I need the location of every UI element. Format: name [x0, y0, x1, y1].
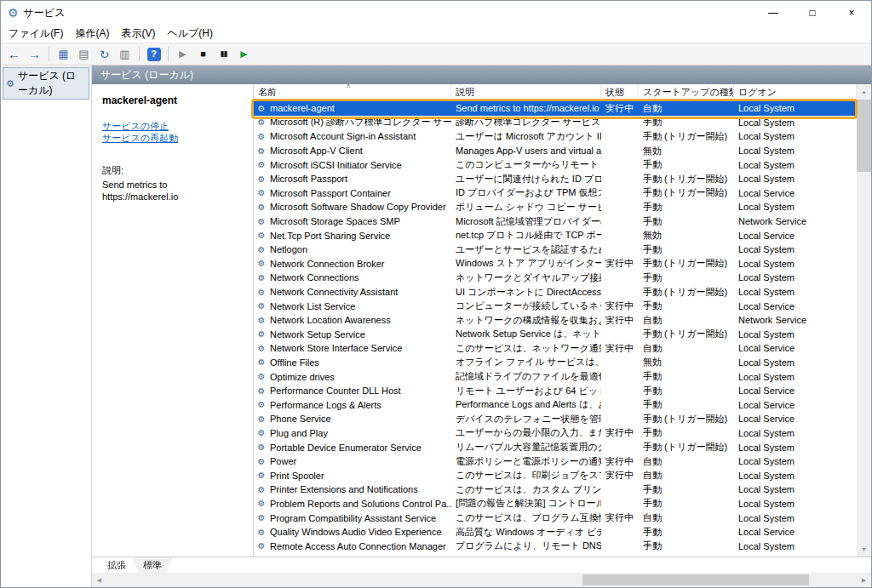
stop-service-link[interactable]: サービスの停止 [102, 120, 244, 132]
table-row[interactable]: ⚙Printer Extensions and Notificationsこのサ… [254, 482, 857, 497]
vertical-scrollbar-thumb[interactable] [857, 100, 871, 172]
service-name-cell: ⚙Microsoft Passport Container [254, 186, 451, 201]
table-row[interactable]: ⚙Power電源ポリシーと電源ポリシーの通知配...実行中自動Local Sys… [254, 454, 857, 469]
restart-service-button[interactable]: ▶ [234, 45, 254, 64]
service-name-cell: ⚙mackerel-agent [254, 101, 451, 116]
table-row[interactable]: ⚙Performance Logs & AlertsPerformance Lo… [254, 397, 857, 412]
service-status-cell: 実行中 [601, 257, 639, 271]
pause-service-button[interactable]: ▮▮ [214, 45, 233, 64]
table-row[interactable]: ⚙Microsoft (R) 診断ハブ標準コレクター サービス診断ハブ標準コレク… [254, 116, 857, 130]
table-row[interactable]: ⚙Print Spoolerこのサービスは、印刷ジョブをスプールし...実行中自… [254, 468, 857, 482]
table-row[interactable]: ⚙Optimize drives記憶域ドライブのファイルを最適化する...手動L… [254, 369, 857, 384]
service-logon-cell: Local Service [734, 341, 857, 356]
table-row[interactable]: ⚙Microsoft Storage Spaces SMPMicrosoft 記… [254, 214, 857, 229]
column-header-name[interactable]: 名前 [254, 84, 451, 100]
minimize-button[interactable]: — [754, 1, 793, 25]
table-row[interactable]: ⚙Performance Counter DLL Hostリモート ユーザーおよ… [254, 384, 857, 398]
service-status-cell [601, 214, 639, 229]
service-gear-icon: ⚙ [255, 301, 267, 311]
show-console-tree-button[interactable]: ▦ [54, 45, 73, 64]
service-startup-cell: 手動 [639, 482, 734, 497]
vertical-scrollbar[interactable]: ▲ ▼ [857, 84, 871, 557]
table-row[interactable]: ⚙Microsoft Passport ContainerID プロバイダーおよ… [254, 186, 857, 201]
service-description-cell: Performance Logs and Alerts は、あ... [451, 397, 601, 412]
table-row[interactable]: ⚙Network List Serviceコンピューターが接続しているネットワー… [254, 299, 857, 313]
table-row[interactable]: ⚙Netlogonユーザーとサービスを認証するため、この...手動Local S… [254, 243, 857, 257]
service-name-cell: ⚙Print Spooler [254, 468, 451, 482]
table-row[interactable]: ⚙Microsoft Passportユーザーに関連付けられた ID プロバイダ… [254, 172, 857, 186]
export-list-button[interactable]: ▥ [115, 45, 135, 64]
service-name-label: Plug and Play [270, 428, 328, 438]
column-header-logon[interactable]: ログオン [734, 84, 857, 100]
show-properties-button[interactable]: ▤ [74, 45, 94, 64]
table-row[interactable]: ⚙Portable Device Enumerator Serviceリムーバブ… [254, 440, 857, 454]
scroll-up-icon[interactable]: ▲ [857, 84, 871, 99]
table-row[interactable]: ⚙Program Compatibility Assistant Service… [254, 511, 857, 525]
table-row[interactable]: ⚙Network Setup ServiceNetwork Setup Serv… [254, 328, 857, 342]
table-row[interactable]: ⚙Network Location Awarenessネットワークの構成情報を収… [254, 313, 857, 328]
refresh-button[interactable]: ↻ [95, 45, 114, 64]
restart-service-link[interactable]: サービスの再起動 [102, 132, 244, 144]
close-button[interactable]: × [832, 1, 871, 25]
table-row[interactable]: ⚙Microsoft App-V ClientManages App-V use… [254, 144, 857, 158]
service-name-cell: ⚙Microsoft Passport [254, 172, 451, 186]
menu-file[interactable]: ファイル(F) [3, 25, 69, 43]
service-startup-cell: 手動 (トリガー開始) [639, 412, 734, 426]
maximize-button[interactable]: □ [793, 1, 832, 25]
table-row[interactable]: ⚙Phone Serviceデバイスのテレフォニー状態を管理しま...手動 (ト… [254, 412, 857, 426]
service-status-cell [601, 271, 639, 285]
service-startup-cell: 自動 [639, 468, 734, 482]
tab-standard[interactable]: 標準 [132, 557, 173, 573]
service-description-cell: Windows ストア アプリがインターネット... [451, 257, 601, 271]
scroll-left-icon[interactable]: ◀ [92, 573, 106, 587]
service-name-cell: ⚙Printer Extensions and Notifications [254, 482, 451, 497]
back-button[interactable]: ← [4, 45, 24, 64]
console-tree-pane: ⚙ サービス (ローカル) [1, 66, 92, 587]
service-startup-cell: 自動 [639, 454, 734, 469]
service-description-cell: ユーザーは Microsoft アカウント ID サー... [451, 129, 601, 144]
table-row[interactable]: ⚙Plug and Playユーザーからの最小限の入力、または入...実行中手動… [254, 426, 857, 441]
column-header-description[interactable]: 説明 [451, 84, 601, 100]
service-startup-cell: 手動 [639, 157, 734, 172]
help-button[interactable]: ? [144, 45, 164, 64]
scroll-right-icon[interactable]: ▶ [857, 573, 871, 587]
service-startup-cell: 手動 [639, 299, 734, 313]
table-row[interactable]: ⚙Microsoft Software Shadow Copy Provider… [254, 200, 857, 214]
service-gear-icon: ⚙ [255, 259, 267, 268]
table-row[interactable]: ⚙Network Store Interface Serviceこのサービスは、… [254, 341, 857, 356]
stop-service-button[interactable]: ■ [193, 45, 213, 64]
table-row[interactable]: ⚙Microsoft Account Sign-in Assistantユーザー… [254, 129, 857, 144]
table-row[interactable]: ⚙Quality Windows Audio Video Experience高… [254, 525, 857, 539]
service-gear-icon: ⚙ [255, 231, 267, 240]
tree-item-services-local[interactable]: ⚙ サービス (ローカル) [3, 67, 89, 100]
scroll-down-icon[interactable]: ▼ [857, 542, 871, 557]
service-status-cell: 実行中 [601, 511, 639, 525]
column-header-startup-type[interactable]: スタートアップの種類 [639, 84, 734, 100]
table-row[interactable]: ⚙mackerel-agentSend metrics to https://m… [254, 101, 857, 116]
table-row[interactable]: ⚙Net.Tcp Port Sharing Servicenet.tcp プロト… [254, 228, 857, 243]
horizontal-scrollbar-thumb[interactable] [582, 574, 808, 585]
table-row[interactable]: ⚙Network Connectionsネットワークとダイヤルアップ接続フォルダ… [254, 271, 857, 285]
horizontal-scrollbar[interactable]: ◀ ▶ [92, 573, 871, 587]
service-name-label: Microsoft App-V Client [270, 146, 363, 156]
tab-extended[interactable]: 拡張 [96, 557, 137, 573]
table-row[interactable]: ⚙Network Connection BrokerWindows ストア アプ… [254, 257, 857, 271]
menu-action[interactable]: 操作(A) [69, 25, 115, 43]
table-row[interactable]: ⚙Microsoft iSCSI Initiator Serviceこのコンピュ… [254, 157, 857, 172]
service-logon-cell: Local System [734, 454, 857, 469]
forward-button[interactable]: → [25, 45, 44, 64]
column-header-status[interactable]: 状態 [601, 84, 639, 100]
table-row[interactable]: ⚙Remote Access Auto Connection Managerプロ… [254, 539, 857, 553]
service-description-cell: このサービスは、ネットワーク通知 (インタ... [451, 341, 601, 356]
menu-help[interactable]: ヘルプ(H) [161, 25, 219, 43]
table-row[interactable]: ⚙Offline Filesオフライン ファイル サービスは、オフライン...無… [254, 356, 857, 370]
table-row[interactable]: ⚙Network Connectivity AssistantUI コンポーネン… [254, 285, 857, 300]
start-service-button[interactable]: ▶ [173, 45, 192, 64]
service-startup-cell: 手動 (トリガー開始) [639, 285, 734, 300]
service-startup-cell: 手動 [639, 200, 734, 214]
service-startup-cell: 手動 [639, 116, 734, 130]
service-logon-cell: Local System [734, 144, 857, 158]
service-logon-cell: Local Service [734, 299, 857, 313]
table-row[interactable]: ⚙Problem Reports and Solutions Control P… [254, 497, 857, 511]
menu-view[interactable]: 表示(V) [115, 25, 161, 43]
